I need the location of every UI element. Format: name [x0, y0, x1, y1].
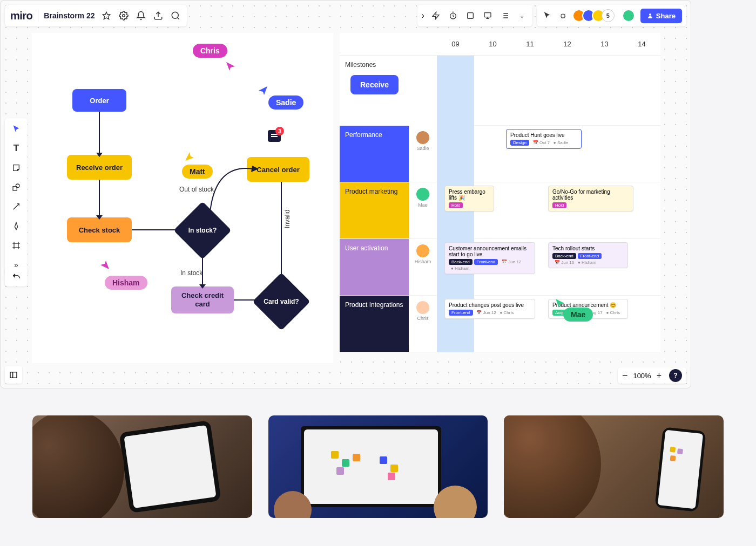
promo-tv: [268, 415, 488, 518]
divider: [38, 10, 38, 22]
cursor-mae: Mae: [563, 308, 593, 322]
label-invalid: Invalid: [284, 209, 291, 228]
node-in-stock[interactable]: In stock?: [182, 210, 223, 251]
row-integrations: Product Integrations Chris Product chang…: [340, 296, 660, 352]
milestone-receive[interactable]: Receive: [350, 75, 399, 94]
row-label-performance: Performance: [340, 126, 409, 182]
collab-group: 5 Share: [537, 5, 686, 26]
col-14: 14: [623, 33, 660, 55]
text-tool[interactable]: T: [10, 142, 23, 155]
card-product-hunt[interactable]: Product Hunt goes live Design 📅 Oct 7 ● …: [506, 129, 582, 149]
header-right: › ⌄ 5 Share: [417, 5, 686, 26]
col-12: 12: [549, 33, 586, 55]
cursor-pointer-mae: [555, 298, 565, 309]
cursor-pointer-sadie: [258, 85, 268, 96]
svg-marker-27: [556, 299, 564, 308]
cursor-hisham: Hisham: [105, 276, 147, 290]
promo-tablet: [32, 415, 252, 518]
svg-rect-7: [484, 13, 491, 17]
bolt-icon[interactable]: [430, 10, 442, 22]
help-button[interactable]: ?: [669, 369, 682, 382]
svg-marker-21: [226, 62, 235, 71]
col-13: 13: [586, 33, 623, 55]
svg-rect-6: [468, 13, 474, 19]
label-in-stock: In stock: [180, 269, 202, 277]
svg-marker-23: [185, 152, 194, 161]
node-check-cc[interactable]: Check credit card: [171, 286, 234, 313]
export-icon[interactable]: [152, 10, 164, 22]
share-button[interactable]: Share: [640, 9, 682, 23]
svg-marker-24: [100, 261, 109, 269]
reactions-icon[interactable]: [558, 10, 570, 22]
row-milestones: Milestones Receive: [340, 56, 660, 126]
board-title[interactable]: Brainstorm 22: [44, 11, 94, 20]
comment-thread[interactable]: 3: [268, 130, 281, 142]
card-tech-rollout[interactable]: Tech rollout starts Back-end Front-end 📅…: [548, 242, 628, 268]
undo-button[interactable]: [5, 267, 28, 286]
cursor-pointer-hisham: [99, 260, 110, 270]
avatar-stack[interactable]: 5: [576, 9, 615, 22]
cursor-pointer-matt: [184, 151, 195, 162]
col-10: 10: [474, 33, 511, 55]
chevron-down-icon[interactable]: ⌄: [516, 10, 528, 22]
card-press-embargo[interactable]: Press embargo lifts 🎉 Hold: [444, 186, 494, 211]
flowchart-frame[interactable]: Order Receive order Check stock In stock…: [32, 33, 333, 363]
row-performance: Performance Sadie Product Hunt goes live…: [340, 126, 660, 182]
card-product-changes[interactable]: Product changes post goes live Front-end…: [444, 299, 535, 319]
zoom-out[interactable]: −: [622, 370, 628, 381]
pen-tool[interactable]: [10, 220, 23, 233]
node-receive-order[interactable]: Receive order: [67, 155, 132, 180]
select-tool[interactable]: [10, 122, 23, 135]
note-icon[interactable]: [464, 10, 476, 22]
self-avatar[interactable]: [622, 9, 635, 22]
node-order[interactable]: Order: [72, 89, 126, 112]
svg-rect-18: [10, 372, 17, 378]
cursor-matt: Matt: [182, 165, 213, 179]
node-check-stock[interactable]: Check stock: [67, 217, 132, 242]
col-09: 09: [437, 33, 474, 55]
svg-marker-0: [103, 12, 110, 19]
left-toolbar: T »: [5, 118, 28, 276]
search-icon[interactable]: [170, 10, 181, 22]
row-marketing: Product marketing Mae Press embargo lift…: [340, 182, 660, 239]
cursor-sadie: Sadie: [268, 95, 303, 110]
row-activation: User activation Hisham Customer announce…: [340, 239, 660, 296]
svg-rect-26: [271, 136, 278, 137]
miro-logo[interactable]: miro: [10, 10, 32, 22]
shape-tool[interactable]: [10, 181, 23, 194]
col-11: 11: [511, 33, 549, 55]
timer-icon[interactable]: [447, 10, 459, 22]
panel-toggle[interactable]: [5, 366, 22, 384]
chevron-right-icon[interactable]: ›: [422, 11, 424, 21]
milestones-label: Milestones: [345, 61, 431, 69]
comment-count-badge: 3: [275, 127, 284, 135]
row-label-marketing: Product marketing: [340, 182, 409, 238]
cursor-icon[interactable]: [541, 10, 553, 22]
star-icon[interactable]: [100, 10, 112, 22]
sticky-tool[interactable]: [10, 161, 23, 174]
header-left: miro Brainstorm 22: [5, 5, 187, 26]
label-out-of-stock: Out of stock: [179, 186, 214, 193]
zoom-level[interactable]: 100%: [633, 372, 651, 380]
svg-point-1: [122, 15, 125, 17]
svg-marker-20: [251, 166, 259, 172]
bell-icon[interactable]: [135, 10, 147, 22]
present-icon[interactable]: [482, 10, 494, 22]
zoom-in[interactable]: +: [657, 371, 662, 380]
node-card-valid[interactable]: Card valid?: [261, 281, 302, 322]
connector-tool[interactable]: [10, 200, 23, 213]
svg-line-3: [177, 17, 179, 19]
settings-icon[interactable]: [118, 10, 130, 22]
timeline-frame[interactable]: 09 10 11 12 13 14 Milestones Receive Per…: [340, 33, 660, 352]
app-window: miro Brainstorm 22 › ⌄ 5 Share: [0, 0, 691, 388]
zoom-bar: − 100% + ?: [618, 367, 686, 384]
frame-tool[interactable]: [10, 239, 23, 252]
promo-row: [32, 415, 724, 518]
promo-phone: [504, 415, 724, 518]
svg-point-11: [649, 13, 651, 16]
card-go-nogo[interactable]: Go/No-Go for marketing activities Hold: [548, 186, 633, 211]
list-icon[interactable]: [499, 10, 511, 22]
cursor-chris: Chris: [193, 44, 227, 58]
svg-marker-22: [259, 86, 267, 95]
card-customer-emails[interactable]: Customer announcement emails start to go…: [444, 242, 535, 274]
